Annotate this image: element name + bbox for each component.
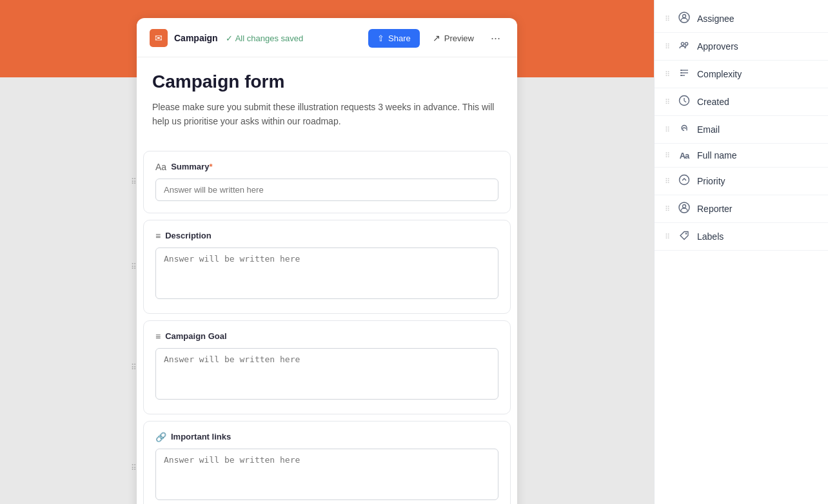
- campaign-goal-label: Campaign Goal: [165, 331, 226, 341]
- created-icon: [678, 95, 691, 109]
- share-button[interactable]: ⇧ Share: [368, 29, 420, 48]
- drag-handle-description: ⠿: [131, 262, 137, 271]
- drag-dots-approvers: ⠿: [665, 43, 670, 51]
- preview-button[interactable]: ↗ Preview: [425, 28, 482, 48]
- sidebar: ⠿ Assignee ⠿ Approvers ⠿: [654, 0, 828, 504]
- header-actions: ⇧ Share ↗ Preview ···: [368, 28, 504, 48]
- sidebar-approvers-label: Approvers: [697, 41, 738, 52]
- field-campaign-goal: ⠿ ≡ Campaign Goal: [143, 320, 511, 414]
- svg-point-16: [683, 205, 686, 208]
- svg-point-9: [681, 75, 682, 76]
- field-important-links: ⠿ 🔗 Important links: [143, 421, 511, 504]
- drag-dots-complexity: ⠿: [665, 70, 670, 79]
- sidebar-labels-label: Labels: [697, 231, 724, 242]
- full-name-icon: Aa: [678, 151, 691, 160]
- svg-point-7: [681, 70, 682, 71]
- sidebar-item-labels[interactable]: ⠿ Labels: [655, 223, 828, 251]
- reporter-icon: [678, 202, 691, 216]
- important-links-label: Important links: [171, 432, 231, 441]
- drag-handle-campaign-goal: ⠿: [131, 363, 137, 372]
- saved-check-icon: ✓: [226, 34, 233, 43]
- sidebar-created-label: Created: [697, 97, 729, 107]
- sidebar-assignee-label: Assignee: [697, 14, 734, 24]
- campaign-icon: ✉: [150, 29, 168, 47]
- sidebar-item-created[interactable]: ⠿ Created: [655, 88, 828, 116]
- campaign-name: Campaign: [174, 33, 218, 43]
- saved-indicator: ✓ All changes saved: [226, 34, 304, 43]
- sidebar-email-label: Email: [697, 124, 720, 135]
- description-type-icon: ≡: [155, 231, 161, 241]
- summary-type-icon: Aa: [155, 162, 166, 172]
- drag-dots-reporter: ⠿: [665, 205, 670, 213]
- summary-required: *: [209, 162, 212, 171]
- drag-dots-full-name: ⠿: [665, 151, 670, 160]
- drag-handle-summary: ⠿: [131, 177, 137, 186]
- campaign-goal-type-icon: ≡: [155, 331, 161, 342]
- more-options-button[interactable]: ···: [487, 29, 504, 48]
- sidebar-item-approvers[interactable]: ⠿ Approvers: [655, 33, 828, 61]
- sidebar-item-complexity[interactable]: ⠿ Complexity: [655, 61, 828, 88]
- sidebar-item-full-name[interactable]: ⠿ Aa Full name: [655, 144, 828, 168]
- sidebar-reporter-label: Reporter: [697, 204, 732, 214]
- drag-handle-important-links: ⠿: [131, 463, 137, 472]
- description-input[interactable]: [155, 247, 498, 299]
- drag-dots-labels: ⠿: [665, 233, 670, 241]
- labels-icon: [678, 229, 691, 244]
- complexity-icon: [678, 67, 691, 81]
- assignee-icon: [678, 12, 691, 26]
- description-label: Description: [165, 231, 212, 240]
- drag-dots-created: ⠿: [665, 98, 670, 106]
- important-links-input[interactable]: [155, 449, 498, 500]
- field-description: ⠿ ≡ Description: [143, 220, 511, 314]
- priority-icon: [678, 174, 691, 188]
- svg-line-12: [684, 101, 686, 102]
- summary-label: Summary*: [171, 162, 212, 171]
- svg-point-8: [681, 72, 682, 73]
- form-description: Please make sure you submit these illust…: [152, 100, 502, 129]
- svg-point-17: [685, 233, 687, 234]
- saved-label: All changes saved: [235, 34, 304, 43]
- drag-dots-priority: ⠿: [665, 177, 670, 186]
- drag-dots-assignee: ⠿: [665, 15, 670, 23]
- form-title: Campaign form: [152, 72, 502, 92]
- preview-icon: ↗: [433, 33, 440, 43]
- sidebar-full-name-label: Full name: [697, 150, 736, 160]
- sidebar-item-reporter[interactable]: ⠿ Reporter: [655, 195, 828, 223]
- form-body: Campaign form Please make sure you submi…: [137, 57, 517, 144]
- important-links-type-icon: 🔗: [155, 432, 166, 442]
- email-icon: [678, 122, 691, 137]
- drag-dots-email: ⠿: [665, 126, 670, 134]
- campaign-goal-input[interactable]: [155, 348, 498, 400]
- sidebar-item-email[interactable]: ⠿ Email: [655, 116, 828, 144]
- sidebar-item-priority[interactable]: ⠿ Priority: [655, 168, 828, 195]
- approvers-icon: [678, 39, 691, 53]
- sidebar-priority-label: Priority: [697, 176, 725, 186]
- field-summary: ⠿ Aa Summary*: [143, 151, 511, 213]
- share-icon: ⇧: [377, 34, 384, 43]
- svg-point-14: [680, 175, 689, 185]
- svg-point-1: [683, 15, 686, 18]
- sidebar-item-assignee[interactable]: ⠿ Assignee: [655, 5, 828, 33]
- svg-point-3: [685, 43, 687, 45]
- summary-input[interactable]: [155, 179, 498, 201]
- sidebar-complexity-label: Complexity: [697, 69, 742, 79]
- form-card: ✉ Campaign ✓ All changes saved ⇧ Share ↗…: [137, 18, 517, 504]
- svg-point-2: [681, 43, 684, 45]
- form-header: ✉ Campaign ✓ All changes saved ⇧ Share ↗…: [137, 18, 517, 57]
